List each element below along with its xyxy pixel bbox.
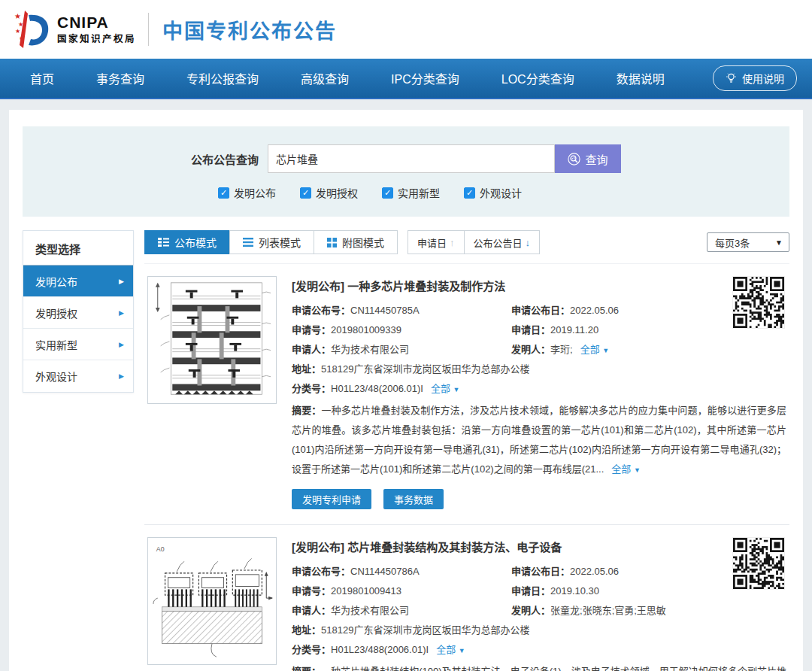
filter-checkbox-invention-grant[interactable]: ✓ 发明授权 — [300, 185, 358, 200]
help-button[interactable]: 使用说明 — [713, 65, 797, 91]
patent-figure-thumbnail[interactable] — [147, 276, 277, 404]
patent-figure-thumbnail[interactable]: A0 — [147, 537, 277, 665]
caret-down-icon: ▼ — [602, 347, 609, 354]
chevron-right-icon: ▶ — [119, 372, 124, 380]
patent-result-card: [发明公布] 一种多芯片堆叠封装及制作方法 申请公布号：CN114450785A… — [144, 264, 789, 524]
publication-date: 2022.05.06 — [570, 305, 619, 316]
patent-abstract: 摘要：一种芯片堆叠封装结构(100)及其封装方法、电子设备(1)，涉及电子技术领… — [292, 662, 786, 671]
nav-item-ipc-query[interactable]: IPC分类查询 — [391, 69, 459, 87]
field-label: 申请人： — [292, 605, 331, 616]
invention-application-button[interactable]: 发明专利申请 — [292, 489, 371, 509]
page-size-select[interactable]: 每页3条 ▼ — [707, 232, 789, 252]
patent-title[interactable]: [发明公布] 一种多芯片堆叠封装及制作方法 — [292, 278, 720, 293]
search-button[interactable]: 查询 — [555, 144, 621, 173]
sidebar-item-invention-grant[interactable]: 发明授权 ▶ — [23, 297, 133, 329]
abstract-all-link[interactable]: 全部 ▼ — [611, 463, 641, 475]
field-label: 申请日： — [511, 585, 550, 597]
applicant-address: 518129广东省深圳市龙岗区坂田华为总部办公楼 — [321, 624, 529, 636]
patent-drawing: A0 — [150, 540, 274, 662]
checkbox-icon: ✓ — [464, 187, 475, 199]
field-label: 申请公布号： — [292, 305, 350, 316]
nav-item-transaction-query[interactable]: 事务查询 — [96, 69, 144, 87]
inventor-names: 李珩; — [550, 344, 573, 355]
sort-label: 申请日 — [417, 235, 447, 250]
patent-title[interactable]: [发明公布] 芯片堆叠封装结构及其封装方法、电子设备 — [292, 539, 720, 554]
header-divider — [148, 13, 149, 46]
ipc-classification: H01L23/48(2006.01)I — [331, 383, 423, 394]
svg-text:★: ★ — [19, 35, 23, 41]
nav-item-gazette-query[interactable]: 专利公报查询 — [186, 69, 259, 87]
sort-by-application-date[interactable]: 申请日 ↑ — [408, 231, 464, 254]
ipc-all-link[interactable]: 全部 ▼ — [436, 644, 465, 655]
tab-list-mode[interactable]: 列表模式 — [229, 230, 314, 254]
main-nav: 首页 事务查询 专利公报查询 高级查询 IPC分类查询 LOC分类查询 数据说明… — [0, 59, 812, 99]
logo-acronym: CNIPA — [57, 14, 136, 31]
checkbox-label: 实用新型 — [398, 185, 440, 200]
field-label: 摘要： — [292, 666, 321, 671]
checkbox-icon: ✓ — [300, 187, 311, 199]
main-content: 公布公告查询 查询 ✓ 发明公布 ✓ 发明授权 — [9, 110, 803, 671]
abstract-text: 一种芯片堆叠封装结构(100)及其封装方法、电子设备(1)，涉及电子技术领域，用… — [292, 666, 786, 671]
field-label: 申请日： — [511, 324, 550, 336]
transaction-data-button[interactable]: 事务数据 — [383, 489, 444, 509]
checkbox-icon: ✓ — [382, 187, 393, 199]
sidebar-item-label: 发明授权 — [35, 305, 77, 320]
tab-figure-mode[interactable]: 附图模式 — [314, 230, 398, 254]
sort-group: 申请日 ↑ 公布公告日 ↓ — [408, 230, 540, 254]
sidebar-item-label: 外观设计 — [35, 369, 77, 384]
sidebar-item-utility-model[interactable]: 实用新型 ▶ — [23, 329, 133, 360]
tab-label: 公布模式 — [174, 235, 217, 250]
magnifier-icon — [568, 153, 580, 165]
lightbulb-icon — [726, 72, 737, 84]
site-header: ★ ★ ★ ★ CNIPA 国家知识产权局 中国专利公布公告 — [0, 0, 812, 59]
svg-text:★: ★ — [18, 21, 23, 28]
arrow-up-icon: ↑ — [450, 237, 455, 248]
all-link-label: 全部 — [436, 644, 456, 655]
tab-publication-mode[interactable]: 公布模式 — [144, 230, 230, 254]
checkbox-label: 发明公布 — [234, 185, 276, 200]
field-label: 申请公布日： — [511, 566, 570, 577]
nav-item-advanced-query[interactable]: 高级查询 — [301, 69, 349, 87]
applicant-address: 518129广东省深圳市龙岗区坂田华为总部办公楼 — [321, 363, 529, 375]
nav-item-data-description[interactable]: 数据说明 — [617, 69, 665, 87]
search-input[interactable] — [268, 144, 555, 173]
filter-checkbox-design[interactable]: ✓ 外观设计 — [464, 185, 522, 200]
nav-item-home[interactable]: 首页 — [30, 69, 54, 87]
sidebar-item-invention-publication[interactable]: 发明公布 ▶ — [23, 266, 133, 297]
page-title: 中国专利公布公告 — [162, 15, 337, 44]
application-number: 2019801009339 — [331, 324, 401, 336]
publication-number: CN114450786A — [350, 566, 420, 577]
sort-by-publication-date[interactable]: 公布公告日 ↓ — [464, 231, 540, 254]
checkbox-label: 外观设计 — [480, 185, 522, 200]
sort-label: 公布公告日 — [474, 235, 523, 250]
qr-code — [732, 276, 786, 395]
nav-item-loc-query[interactable]: LOC分类查询 — [501, 69, 574, 87]
applicant-name: 华为技术有限公司 — [331, 605, 409, 616]
svg-text:★: ★ — [15, 28, 20, 35]
arrow-down-icon: ↓ — [526, 237, 531, 248]
ipc-classification: H01L23/488(2006.01)I — [331, 644, 429, 655]
tab-label: 附图模式 — [342, 235, 384, 250]
checkbox-label: 发明授权 — [316, 185, 358, 200]
results-toolbar: 公布模式 列表模式 附图模式 — [144, 230, 789, 264]
tab-label: 列表模式 — [259, 235, 301, 250]
search-button-label: 查询 — [585, 151, 607, 167]
field-label: 发明人： — [511, 344, 550, 355]
cnipa-logo-icon: ★ ★ ★ ★ — [14, 9, 53, 50]
field-label: 地址： — [292, 363, 321, 375]
filter-checkbox-invention-publication[interactable]: ✓ 发明公布 — [218, 185, 276, 200]
application-number: 2019801009413 — [331, 585, 401, 597]
inventor-names: 张童龙;张晓东;官勇;王思敏 — [550, 605, 666, 616]
application-date: 2019.10.30 — [550, 585, 599, 597]
all-link-label: 全部 — [580, 344, 600, 355]
type-filter-row: ✓ 发明公布 ✓ 发明授权 ✓ 实用新型 ✓ 外观设计 — [23, 185, 717, 200]
ipc-all-link[interactable]: 全部 ▼ — [431, 383, 460, 394]
patent-drawing — [150, 279, 274, 401]
sidebar-item-design[interactable]: 外观设计 ▶ — [23, 360, 133, 392]
sidebar-item-label: 实用新型 — [35, 337, 77, 352]
field-label: 分类号： — [292, 383, 331, 394]
caret-down-icon: ▼ — [634, 466, 641, 474]
filter-checkbox-utility-model[interactable]: ✓ 实用新型 — [382, 185, 440, 200]
help-button-label: 使用说明 — [742, 71, 784, 86]
inventor-all-link[interactable]: 全部 ▼ — [580, 344, 610, 355]
